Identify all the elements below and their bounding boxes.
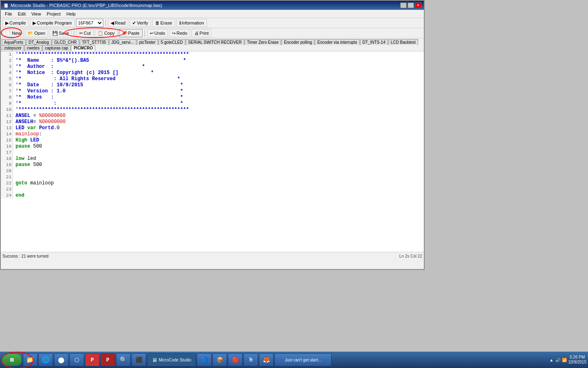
start-button[interactable]: ⊞ — [2, 353, 22, 366]
tab-encoderviainterrupts[interactable]: Encoder via interrupts — [315, 39, 359, 45]
tab-cwetes[interactable]: cwetes — [24, 45, 42, 51]
taskbar-app9[interactable]: 🔵 — [197, 353, 212, 366]
menu-file[interactable]: File — [2, 11, 15, 17]
line-number: 23 — [1, 186, 11, 193]
menu-bar: File Edit View Project Help — [1, 10, 424, 18]
close-button[interactable]: ✕ — [415, 2, 421, 8]
copy-icon: 📋 — [98, 31, 103, 36]
code-line: mainloop: — [16, 131, 189, 137]
separator1 — [105, 19, 106, 27]
app7-icon: ⬛ — [136, 357, 143, 364]
tray-icon1: ▲ — [550, 358, 554, 362]
redo-button[interactable]: ↪ Redo — [169, 29, 190, 37]
taskbar-arduino2[interactable]: ⬡ — [69, 353, 84, 366]
verify-icon: ✔ — [132, 20, 136, 26]
explorer-icon: 📁 — [26, 356, 34, 364]
taskbar-app7[interactable]: ⬛ — [131, 353, 146, 366]
taskbar-search[interactable]: 🔍 — [116, 353, 131, 366]
print-button[interactable]: 🖨 Print — [192, 29, 212, 37]
tab-capturascap[interactable]: capturas cap — [42, 45, 71, 51]
compile-button[interactable]: ▶ Compile — [2, 19, 29, 27]
line-number: 3 — [1, 64, 11, 70]
menu-edit[interactable]: Edit — [16, 11, 28, 17]
device-dropdown[interactable]: 16F867 16F877A 18F4550 — [76, 19, 103, 27]
tab-aquaports[interactable]: AquaPorts — [2, 39, 26, 45]
new-button[interactable]: 📄 New — [2, 29, 24, 37]
code-content[interactable]: '***************************************… — [14, 52, 191, 252]
tab-dt_analog[interactable]: DT_Analog — [26, 39, 51, 45]
tab-dt_ints-14[interactable]: DT_INTS-14 — [360, 39, 388, 45]
cut-button[interactable]: ✂ Cut — [76, 29, 94, 37]
line-number: 5 — [1, 76, 11, 82]
code-editor[interactable]: 123456789101112131415161718192021222324 … — [1, 52, 424, 252]
taskbar-pic2[interactable]: P — [100, 353, 115, 366]
status-bar: Success : 21 were turned Ln 2s Col 22 — [1, 252, 424, 260]
read-icon: ◀ — [111, 20, 114, 26]
taskbar-arduino1[interactable]: ⬤ — [54, 353, 69, 366]
copy-button[interactable]: 📋 Copy — [95, 29, 118, 37]
information-button[interactable]: ℹ Information — [176, 19, 207, 27]
undo-button[interactable]: ↩ Undo — [147, 29, 168, 37]
arduino1-icon: ⬤ — [58, 357, 65, 364]
code-line — [16, 186, 189, 193]
maximize-button[interactable]: □ — [408, 2, 414, 8]
code-line: '* Name : $%^&*().BAS * — [16, 58, 189, 64]
menu-view[interactable]: View — [29, 11, 44, 17]
tab-pictester[interactable]: picTester — [137, 39, 158, 45]
erase-button[interactable]: 🗑 Erase — [152, 19, 175, 27]
code-line: '***************************************… — [16, 52, 189, 58]
ie-icon: 🌐 — [42, 356, 50, 364]
line-number: 12 — [1, 119, 11, 125]
taskbar-microcode[interactable]: 🖥 MicroCode Studio — [147, 353, 196, 366]
code-line: pause 500 — [16, 162, 189, 168]
taskbar-app11[interactable]: 🔴 — [228, 353, 243, 366]
menu-project[interactable]: Project — [44, 11, 63, 17]
tab-zstepszer[interactable]: zstepszer — [2, 45, 24, 51]
code-line: '* : All Rights Reserved * — [16, 76, 189, 82]
code-line: '* Notice : Copyright (c) 2015 [] * — [16, 70, 189, 76]
verify-button[interactable]: ✔ Verify — [129, 19, 151, 27]
taskbar-firefox[interactable]: 🦊 — [259, 353, 274, 366]
line-number: 21 — [1, 174, 11, 180]
save-button[interactable]: 💾 Save — [49, 29, 72, 37]
line-number: 19 — [1, 162, 11, 168]
paste-button[interactable]: 📌 Paste — [119, 29, 143, 37]
code-line: ANSELH= %00000000 — [16, 119, 189, 125]
compile-program-button[interactable]: ▶ Compile Program — [30, 19, 75, 27]
menu-help[interactable]: Help — [64, 11, 78, 17]
app11-icon: 🔴 — [232, 357, 239, 364]
title-bar-controls: _ □ ✕ — [400, 2, 421, 8]
open-button[interactable]: 📂 Open — [25, 29, 48, 37]
taskbar-notification[interactable]: Just can't get start... — [274, 353, 332, 366]
read-button[interactable]: ◀ Read — [108, 19, 128, 27]
tab-glcd_chr[interactable]: GLCD_CHR — [52, 39, 79, 45]
code-line — [16, 174, 189, 180]
device-select[interactable]: 16F867 16F877A 18F4550 — [76, 19, 103, 27]
line-number: 7 — [1, 88, 11, 94]
tab-lcdbacktest[interactable]: LCD Backtest — [388, 39, 418, 45]
tab-serialswitchreceiver[interactable]: SERIAL SWITCH RECEIVER — [186, 39, 244, 45]
redo-icon: ↪ — [172, 31, 176, 36]
tab-picmcro[interactable]: PICMCRO — [71, 45, 95, 51]
compile-icon: ▶ — [5, 20, 9, 26]
tab-encoderpolling[interactable]: Encoder polling — [281, 39, 314, 45]
toolbar2: 📄 New 📂 Open 💾 Save ✂ Cut 📋 Copy 📌 Paste… — [1, 28, 424, 38]
app-icon: 📋 — [3, 3, 9, 8]
clock-time: 5:26 PM — [568, 355, 587, 360]
tab-timerzeroerase[interactable]: Timer Zero Erase — [245, 39, 281, 45]
line-number: 16 — [1, 144, 11, 150]
code-line: '* : * — [16, 101, 189, 107]
taskbar-app10[interactable]: 📦 — [212, 353, 227, 366]
code-line: '* Author : * — [16, 64, 189, 70]
line-number: 13 — [1, 125, 11, 131]
code-line: low led — [16, 156, 189, 162]
taskbar-ie[interactable]: 🌐 — [38, 353, 53, 366]
taskbar-pic1[interactable]: P — [85, 353, 100, 366]
tab-tft_st7735[interactable]: TFT_ST7735 — [80, 39, 109, 45]
taskbar-explorer[interactable]: 📁 — [23, 353, 38, 366]
tab-5golecled[interactable]: 5 goleCLED — [158, 39, 185, 45]
tab-jdg_servi...[interactable]: JDG_servi... — [109, 39, 136, 45]
taskbar-app12[interactable]: 🖱 — [243, 353, 258, 366]
minimize-button[interactable]: _ — [400, 2, 407, 8]
arduino2-icon: ⬡ — [74, 357, 79, 364]
